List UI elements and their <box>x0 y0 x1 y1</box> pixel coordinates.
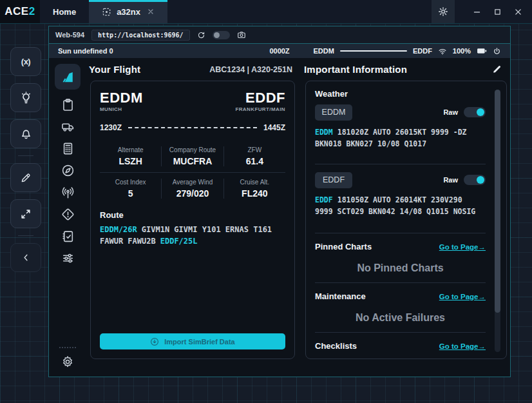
devtools-toggle[interactable] <box>213 31 230 39</box>
edit-layout-button[interactable] <box>492 64 502 74</box>
raw-label: Raw <box>443 108 458 116</box>
your-flight-header: Your Flight ABC1234 | A320-251N <box>86 61 295 77</box>
divider <box>315 332 486 333</box>
nav-performance-button[interactable] <box>61 142 75 155</box>
toggle-knob <box>477 176 484 184</box>
logo-accent: 2 <box>29 5 35 18</box>
metar-eddm: EDDM181020Z AUTO 26015KT 9999 -DZ BKN018… <box>315 126 480 150</box>
url-field[interactable]: http://localhost:9696/ <box>91 30 189 41</box>
edit-button[interactable] <box>10 163 41 192</box>
variables-button[interactable]: (x) <box>10 47 41 76</box>
important-info-title: Important Information <box>304 64 407 75</box>
scrollbar-track[interactable] <box>495 90 500 353</box>
checklists-goto-link[interactable]: Go to Page→ <box>439 342 486 350</box>
nav-atc-button[interactable] <box>61 186 75 199</box>
origin-city: MUNICH <box>100 106 143 112</box>
efb-app-window: Web-594 http://localhost:9696/ Sun undef… <box>48 26 511 377</box>
notifications-button[interactable] <box>10 119 41 148</box>
toolbar-divider <box>18 155 33 156</box>
raw-toggle-group: Raw <box>443 175 486 185</box>
tab-a32nx[interactable]: a32nx <box>89 0 167 23</box>
maintenance-goto-link[interactable]: Go to Page→ <box>439 293 486 300</box>
import-simbrief-label: Import SimBrief Data <box>164 338 234 346</box>
variables-icon: (x) <box>21 57 30 66</box>
maximize-button[interactable] <box>487 0 508 23</box>
close-icon <box>514 8 522 16</box>
status-destination: EDDF <box>413 47 432 55</box>
compass-icon <box>61 164 75 177</box>
scrollbar-thumb[interactable] <box>495 90 500 313</box>
camera-icon <box>237 30 246 39</box>
origin-icao: EDDM <box>100 90 143 105</box>
checklists-section: Checklists Go to Page→ <box>315 341 486 351</box>
raw-toggle-group: Raw <box>443 107 486 117</box>
maximize-icon <box>493 8 502 16</box>
warning-diamond-icon <box>61 208 75 221</box>
nav-ground-button[interactable] <box>61 120 75 133</box>
raw-toggle[interactable] <box>464 175 486 185</box>
aircraft-target-icon <box>102 7 111 17</box>
efb-status-bar: Sun undefined 0 0000Z EDDM EDDF 100% <box>49 44 510 58</box>
rail-divider <box>59 347 76 348</box>
ideas-button[interactable] <box>10 83 41 112</box>
app-settings-button[interactable] <box>432 0 455 23</box>
toolbar-divider <box>18 235 33 236</box>
stat-alternate: Alternate LSZH <box>100 146 161 166</box>
checklists-label: Checklists <box>315 341 357 351</box>
screenshot-button[interactable] <box>237 30 246 39</box>
route-arrival: EDDF/25L <box>160 237 198 246</box>
stats-row: Alternate LSZH Company Route MUCFRA ZFW … <box>100 141 285 172</box>
raw-toggle[interactable] <box>464 107 486 117</box>
weather-station-row: EDDM Raw <box>315 104 486 121</box>
tab-home[interactable]: Home <box>40 0 89 23</box>
nav-dispatch-button[interactable] <box>61 98 75 112</box>
station-input-eddf[interactable]: EDDF <box>315 172 352 188</box>
stat-zfw: ZFW 61.4 <box>224 146 285 166</box>
efb-content: Your Flight ABC1234 | A320-251N EDDM MUN… <box>49 58 510 377</box>
battery-percent: 100% <box>453 47 471 55</box>
nav-failures-button[interactable] <box>61 208 75 221</box>
power-icon <box>493 47 501 55</box>
checklist-icon <box>61 230 75 243</box>
clipboard-icon <box>61 98 75 112</box>
nav-settings-button[interactable] <box>61 355 74 368</box>
toggle-knob <box>477 108 484 116</box>
metar-text: 181020Z AUTO 26015KT 9999 -DZ BKN018 BKN… <box>315 128 467 149</box>
destination-city: FRANKFURT/MAIN <box>235 106 285 112</box>
tab-home-label: Home <box>53 7 76 17</box>
airports-row: EDDM MUNICH EDDF FRANKFURT/MAIN <box>100 90 285 112</box>
sim-time: Sun undefined 0 <box>58 47 113 55</box>
station-input-eddm[interactable]: EDDM <box>315 104 352 121</box>
close-tab-icon[interactable] <box>147 8 155 15</box>
divider <box>315 282 486 283</box>
nav-presets-button[interactable] <box>61 251 75 265</box>
minimize-button[interactable] <box>466 0 487 23</box>
efb-nav-rail <box>49 58 86 377</box>
refresh-button[interactable] <box>197 31 205 39</box>
battery-icon <box>477 47 487 55</box>
gear-icon <box>438 6 448 17</box>
antenna-icon <box>61 186 75 199</box>
callsign-aircraft: ABC1234 | A320-251N <box>209 65 292 74</box>
nav-dashboard-active[interactable] <box>55 64 81 90</box>
expand-button[interactable] <box>10 199 41 228</box>
collapse-toolbar-button[interactable] <box>10 243 41 272</box>
divider <box>315 233 486 233</box>
flight-stats: Alternate LSZH Company Route MUCFRA ZFW … <box>100 141 285 204</box>
times-row: 1230Z 1445Z <box>100 123 285 132</box>
nav-navigation-button[interactable] <box>61 164 75 177</box>
nav-checklists-button[interactable] <box>61 230 75 243</box>
refresh-icon <box>197 31 205 39</box>
chevron-left-icon <box>21 253 31 262</box>
app-logo: ACE2 <box>0 0 40 23</box>
pinned-charts-label: Pinned Charts <box>315 242 372 251</box>
close-window-button[interactable] <box>508 0 528 23</box>
route-departure: EDDM/26R <box>100 225 137 234</box>
stat-company-route: Company Route MUCFRA <box>161 146 223 166</box>
pinned-charts-goto-link[interactable]: Go to Page→ <box>439 243 486 251</box>
gear-icon <box>61 355 74 368</box>
important-info-header: Important Information <box>301 61 507 77</box>
import-simbrief-button[interactable]: Import SimBrief Data <box>100 333 285 349</box>
wifi-icon <box>438 47 447 55</box>
power-button[interactable] <box>493 47 501 55</box>
